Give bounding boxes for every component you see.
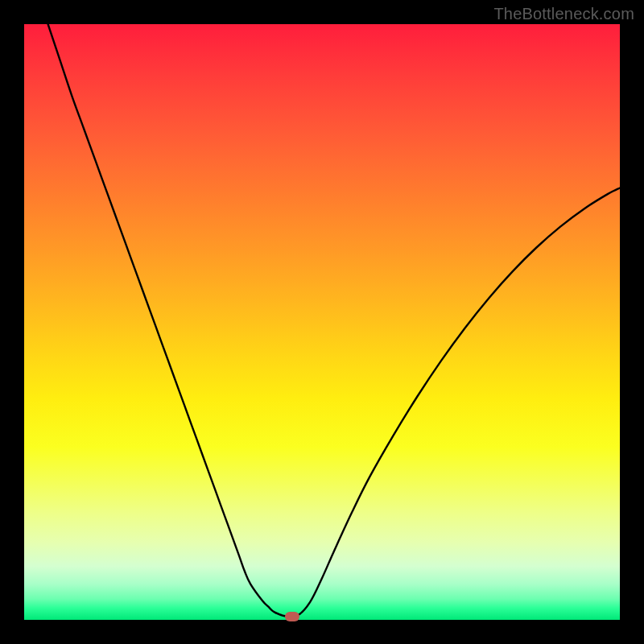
plot-area: [24, 24, 620, 620]
watermark-text: TheBottleneck.com: [493, 5, 634, 23]
bottleneck-curve: [24, 24, 620, 620]
optimal-point-marker: [285, 612, 299, 621]
curve-path: [48, 24, 620, 617]
chart-frame: TheBottleneck.com: [0, 0, 644, 644]
